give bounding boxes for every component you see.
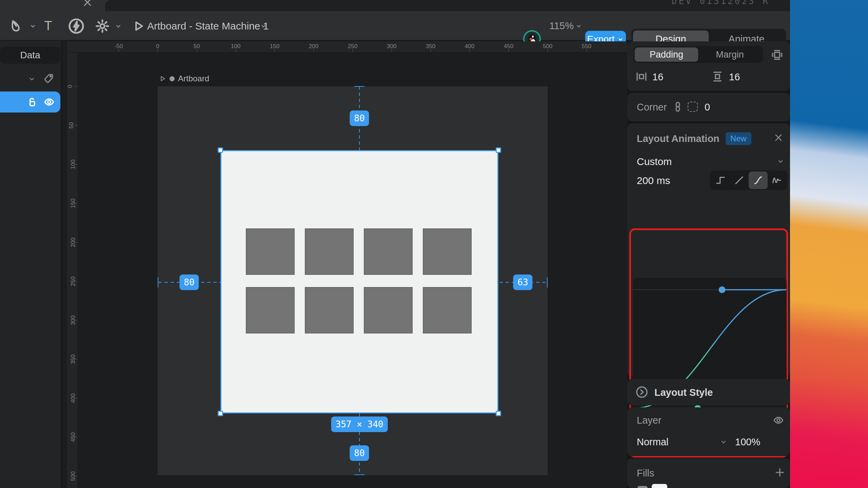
ruler-tick bbox=[509, 49, 509, 52]
grid-square[interactable] bbox=[246, 228, 295, 275]
settings-button[interactable] bbox=[92, 11, 113, 41]
document-tab[interactable]: DEV 01312023 R bbox=[105, 0, 790, 11]
canvas[interactable]: 050100150200250300350400450500 -50050100… bbox=[61, 41, 627, 488]
spacing-toggle-icon[interactable] bbox=[771, 49, 783, 61]
padding-horizontal-icon bbox=[635, 70, 648, 83]
play-button[interactable] bbox=[129, 11, 148, 41]
eye-icon[interactable] bbox=[43, 97, 55, 107]
resize-handle-se[interactable] bbox=[496, 411, 501, 416]
measure-badge-top: 80 bbox=[350, 110, 369, 126]
ruler-tick bbox=[158, 49, 158, 52]
play-icon[interactable] bbox=[159, 75, 166, 82]
eye-icon[interactable] bbox=[772, 415, 785, 426]
ruler-tick bbox=[75, 203, 78, 204]
ruler-tick bbox=[75, 359, 78, 360]
ruler-tick bbox=[470, 49, 470, 52]
grid-square[interactable] bbox=[364, 228, 413, 275]
step-curve-icon bbox=[715, 175, 726, 185]
gear-icon bbox=[95, 19, 110, 34]
pen-tool-dropdown[interactable] bbox=[27, 11, 39, 41]
spacing-tabs: Padding Margin bbox=[633, 46, 763, 63]
selected-layer-row[interactable] bbox=[0, 92, 60, 113]
settings-dropdown[interactable] bbox=[113, 11, 124, 41]
dev-build-label: DEV 01312023 R bbox=[672, 0, 770, 6]
grid-square[interactable] bbox=[423, 228, 472, 275]
chevron-down-icon bbox=[260, 22, 267, 30]
close-tab-icon[interactable] bbox=[82, 0, 93, 7]
easing-preset-select[interactable]: Custom bbox=[637, 156, 672, 167]
ruler-left-label: 0 bbox=[67, 85, 74, 88]
corner-value[interactable]: 0 bbox=[705, 102, 710, 113]
spring-curve-icon bbox=[772, 175, 782, 185]
layout-style-card[interactable]: Layout Style bbox=[627, 379, 790, 405]
selected-element[interactable] bbox=[220, 150, 498, 413]
ruler-horizontal: -50050100150200250300350400450500550 bbox=[67, 41, 627, 53]
ruler-tick bbox=[587, 49, 587, 52]
ruler-tick bbox=[314, 49, 314, 52]
padding-vertical-value[interactable]: 16 bbox=[729, 72, 740, 83]
unlock-icon[interactable] bbox=[26, 97, 37, 107]
blend-mode-select[interactable]: Normal bbox=[637, 436, 668, 448]
tab-padding[interactable]: Padding bbox=[635, 47, 698, 62]
artboard-state-dot bbox=[170, 76, 175, 81]
zoom-control[interactable]: 115% bbox=[549, 11, 574, 41]
ruler-top-label: -50 bbox=[115, 43, 123, 50]
layout-animation-card: Layout Animation New Custom 200 ms bbox=[627, 123, 790, 377]
measure-badge-left: 80 bbox=[179, 274, 199, 290]
ruler-tick bbox=[75, 437, 78, 438]
chevron-down-icon[interactable] bbox=[28, 75, 36, 83]
ruler-tick bbox=[75, 86, 78, 87]
grid-square[interactable] bbox=[305, 228, 354, 275]
tag-icon[interactable] bbox=[43, 73, 54, 84]
grid-square[interactable] bbox=[423, 287, 472, 333]
circle-chevron-right-icon[interactable] bbox=[635, 386, 648, 399]
grid-square[interactable] bbox=[364, 287, 413, 333]
chevron-down-icon[interactable] bbox=[719, 438, 728, 446]
text-tool-button[interactable]: T bbox=[38, 11, 58, 41]
plus-icon[interactable] bbox=[774, 467, 785, 478]
tab-margin[interactable]: Margin bbox=[698, 47, 762, 62]
layer-card: Layer Normal 100% bbox=[627, 407, 790, 456]
easing-spring-button[interactable] bbox=[768, 171, 787, 189]
actions-tool-button[interactable] bbox=[65, 11, 87, 41]
easing-linear-button[interactable] bbox=[730, 171, 749, 189]
padding-vertical-icon bbox=[711, 70, 724, 83]
ruler-tick bbox=[75, 476, 78, 476]
pen-icon bbox=[9, 19, 23, 33]
fill-color-swatch[interactable] bbox=[652, 484, 667, 488]
chevron-down-icon[interactable] bbox=[776, 157, 785, 165]
measure-cap bbox=[354, 474, 364, 475]
resize-handle-sw[interactable] bbox=[218, 411, 223, 416]
titlebar: DEV 01312023 R bbox=[0, 0, 790, 11]
easing-bezier-button[interactable] bbox=[749, 171, 768, 189]
document-title[interactable]: Artboard - State Machine 1 bbox=[147, 11, 269, 41]
artboard-label[interactable]: Artboard bbox=[159, 73, 209, 84]
duration-field[interactable]: 200 ms bbox=[637, 175, 670, 186]
zoom-dropdown[interactable] bbox=[574, 11, 584, 41]
title-dropdown[interactable] bbox=[258, 11, 269, 41]
chevron-down-icon bbox=[115, 22, 122, 30]
grid-square[interactable] bbox=[246, 287, 295, 333]
resize-handle-ne[interactable] bbox=[496, 147, 501, 153]
ease-curve-icon bbox=[753, 175, 763, 185]
sidebar: Data bbox=[0, 41, 61, 488]
eyedropper-icon[interactable] bbox=[637, 486, 648, 488]
opacity-field[interactable]: 100% bbox=[735, 436, 760, 448]
tab-data[interactable]: Data bbox=[0, 47, 60, 64]
ruler-top-label: 550 bbox=[582, 43, 591, 50]
sidebar-toolrow bbox=[0, 72, 60, 85]
close-icon[interactable] bbox=[774, 133, 783, 142]
ruler-tick bbox=[197, 49, 197, 52]
resize-handle-nw[interactable] bbox=[218, 147, 223, 153]
pen-tool-button[interactable] bbox=[6, 11, 26, 41]
grid-square[interactable] bbox=[305, 287, 354, 333]
corner-card: Corner 0 bbox=[627, 93, 790, 121]
new-badge: New bbox=[726, 132, 751, 145]
link-icon[interactable] bbox=[673, 101, 683, 113]
play-icon bbox=[132, 19, 145, 33]
spacing-card: Padding Margin 16 16 bbox=[627, 41, 790, 91]
bezier-handle-end[interactable] bbox=[719, 286, 726, 293]
padding-horizontal-value[interactable]: 16 bbox=[652, 72, 663, 83]
easing-step-button[interactable] bbox=[711, 171, 730, 189]
ruler-top-label: 100 bbox=[231, 43, 240, 50]
